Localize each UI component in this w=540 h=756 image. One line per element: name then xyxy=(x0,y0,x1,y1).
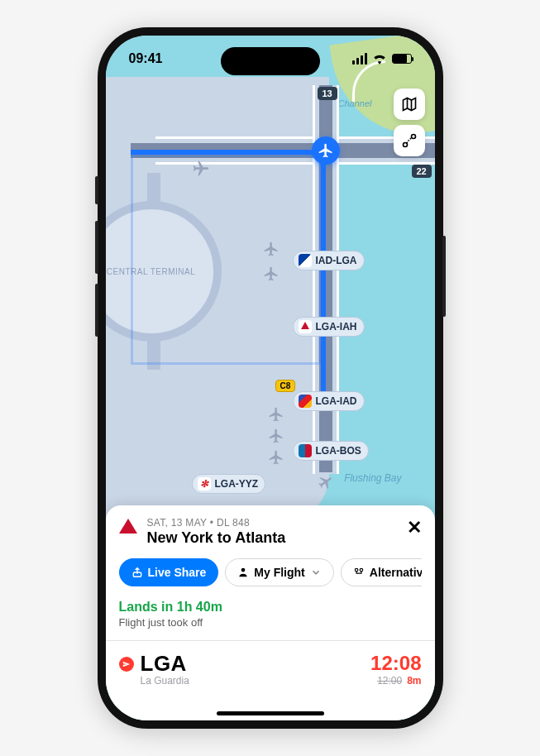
alternatives-button[interactable]: Alternatives xyxy=(341,558,422,586)
map-icon xyxy=(401,96,418,112)
live-share-button[interactable]: Live Share xyxy=(119,558,219,586)
flight-title: New York to Atlanta xyxy=(147,529,286,547)
runway-label-13: 13 xyxy=(318,87,337,100)
status-time: 09:41 xyxy=(129,51,163,66)
scheduled-time: 12:00 xyxy=(377,675,402,687)
my-flight-button[interactable]: My Flight xyxy=(225,558,333,586)
airline-icon-united xyxy=(299,254,312,267)
chevron-down-icon xyxy=(310,567,322,578)
airline-icon-delta xyxy=(299,320,312,333)
flight-pill[interactable]: LGA-IAH xyxy=(293,317,365,337)
wifi-icon xyxy=(372,53,387,65)
flight-pill[interactable]: LGA-BOS xyxy=(293,441,369,461)
share-icon xyxy=(131,567,143,578)
map-layers-button[interactable] xyxy=(394,89,425,120)
airline-icon-aircanada: ✻ xyxy=(198,477,211,490)
my-plane-marker[interactable] xyxy=(312,136,340,165)
close-button[interactable]: ✕ xyxy=(407,517,422,538)
map-route-button[interactable] xyxy=(394,125,425,156)
battery-icon xyxy=(392,54,412,64)
label-flushing: Flushing Bay xyxy=(344,472,401,484)
airline-icon-american xyxy=(299,444,312,457)
departure-icon xyxy=(119,657,134,672)
flight-status-sub: Flight just took off xyxy=(119,616,422,629)
person-icon xyxy=(237,567,249,578)
flight-pill[interactable]: IAD-LGA xyxy=(293,251,365,270)
home-indicator[interactable] xyxy=(217,711,324,715)
flight-pill[interactable]: ✻ LGA-YYZ xyxy=(192,474,266,494)
airline-icon-southwest xyxy=(299,395,312,408)
svg-point-1 xyxy=(411,135,415,139)
svg-point-3 xyxy=(241,568,246,572)
runway-label-22: 22 xyxy=(412,165,432,178)
gate-marker[interactable]: C8 xyxy=(275,380,296,392)
flight-meta: SAT, 13 MAY • DL 848 xyxy=(147,517,286,529)
alternatives-icon xyxy=(353,567,365,578)
dynamic-island xyxy=(221,47,320,75)
lands-in: Lands in 1h 40m xyxy=(119,600,222,614)
svg-point-5 xyxy=(360,568,363,572)
cellular-icon xyxy=(352,53,367,65)
flight-sheet[interactable]: SAT, 13 MAY • DL 848 New York to Atlanta… xyxy=(106,505,435,720)
departure-airport-name: La Guardia xyxy=(119,675,189,687)
departure-time: 12:08 xyxy=(370,652,421,675)
svg-point-4 xyxy=(355,568,358,572)
flight-pill[interactable]: LGA-IAD xyxy=(293,391,365,411)
delta-logo-icon xyxy=(119,519,137,534)
departure-code: LGA xyxy=(141,651,187,677)
route-icon xyxy=(401,132,418,149)
delay-amount: 8m xyxy=(407,675,421,687)
